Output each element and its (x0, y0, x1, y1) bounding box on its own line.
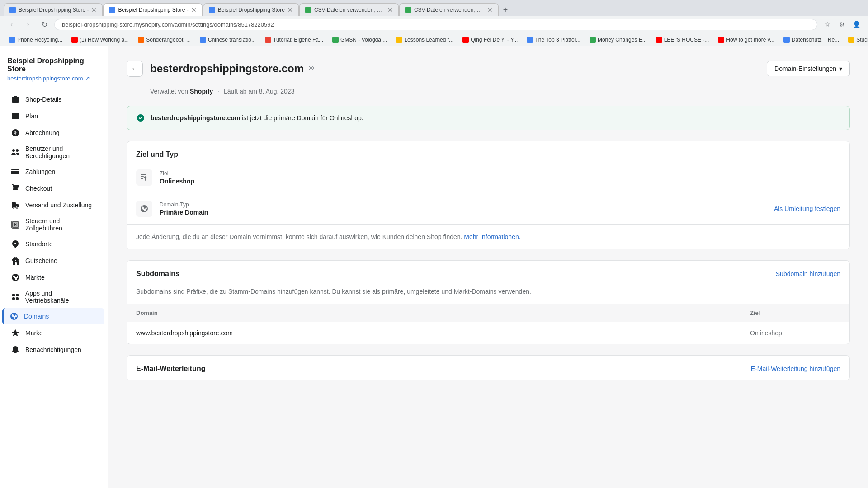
email-card-header: E-Mail-Weiterleitung E-Mail-Weiterleitun… (127, 356, 849, 380)
bookmark-star-button[interactable]: ☆ (821, 18, 834, 31)
sidebar-item-benutzer[interactable]: Benutzer und Berechtigungen (4, 141, 104, 163)
tab-close-1[interactable]: ✕ (91, 6, 97, 14)
bookmark-9[interactable]: The Top 3 Platfor... (523, 36, 584, 44)
sidebar-item-checkout[interactable]: Checkout (4, 180, 104, 197)
sidebar-item-steuern[interactable]: Steuern und Zollgebühren (4, 214, 104, 235)
sidebar-item-plan[interactable]: Plan (4, 108, 104, 124)
browser-tab-4[interactable]: CSV-Dateien verwenden, um... ✕ (299, 3, 399, 16)
back-button[interactable]: ← (127, 61, 143, 77)
bookmark-12[interactable]: How to get more v... (714, 36, 778, 44)
ziel-typ-card: Ziel und Typ Ziel Onlineshop (127, 141, 850, 249)
ziel-value: Onlineshop (160, 178, 840, 185)
sidebar-item-zahlungen[interactable]: Zahlungen (4, 164, 104, 180)
page-title-group: besterdropshippingstore.com 👁 (150, 62, 315, 75)
reload-button[interactable]: ↻ (38, 18, 51, 31)
bookmark-favicon-1 (9, 37, 15, 43)
brand-icon (11, 328, 20, 338)
umleitung-festlegen-link[interactable]: Als Umleitung festlegen (774, 205, 840, 212)
billing-icon (11, 128, 20, 137)
ziel-typ-card-header: Ziel und Typ (127, 141, 849, 162)
sidebar-item-apps[interactable]: Apps und Vertriebskanäle (4, 286, 104, 308)
browser-tab-1[interactable]: Beispiel Dropshipping Store - ✕ (4, 3, 103, 16)
sidebar-item-versand[interactable]: Versand und Zustellung (4, 197, 104, 213)
subdomain-hinzufuegen-link[interactable]: Subdomain hinzufügen (776, 270, 840, 277)
tab-close-4[interactable]: ✕ (387, 6, 393, 14)
bookmark-1[interactable]: Phone Recycling... (5, 36, 66, 44)
managed-by-label: Verwaltet von (150, 88, 188, 95)
bookmark-favicon-8 (462, 37, 469, 43)
domain-settings-button[interactable]: Domain-Einstellungen ▾ (767, 61, 850, 76)
browser-tab-2[interactable]: Beispiel Dropshipping Store - ✕ (103, 3, 202, 16)
forward-nav-button[interactable]: › (22, 18, 34, 31)
extension-button[interactable]: ⚙ (835, 18, 848, 31)
page-header: ← besterdropshippingstore.com 👁 Domain-E… (127, 61, 850, 77)
domains-icon (9, 312, 19, 321)
tab-close-2[interactable]: ✕ (191, 6, 197, 14)
sidebar-item-marke[interactable]: Marke (4, 325, 104, 341)
back-nav-button[interactable]: ‹ (5, 18, 18, 31)
bookmark-favicon-3 (138, 37, 144, 43)
bookmark-7[interactable]: Lessons Learned f... (392, 36, 457, 44)
taxes-icon (11, 220, 20, 229)
notice-text: Jede Änderung, die du an dieser Domain v… (136, 233, 462, 240)
notifications-icon (11, 345, 20, 354)
bookmark-3[interactable]: Sonderangebot! ... (134, 36, 194, 44)
sidebar-item-gutscheine[interactable]: Gutscheine (4, 253, 104, 269)
bookmark-favicon-2 (71, 37, 78, 43)
sidebar-item-shop-details[interactable]: Shop-Details (4, 91, 104, 108)
tab-title-2: Beispiel Dropshipping Store - (118, 7, 188, 13)
email-hinzufuegen-link[interactable]: E-Mail-Weiterleitung hinzufügen (751, 365, 840, 372)
profile-button[interactable]: 👤 (850, 18, 863, 31)
locations-icon (11, 239, 20, 249)
add-tab-button[interactable]: + (499, 4, 512, 16)
bookmark-11[interactable]: LEE 'S HOUSE -... (652, 36, 713, 44)
subdomains-title: Subdomains (136, 270, 179, 278)
sidebar-item-label: Versand und Zustellung (25, 202, 92, 209)
bookmark-6[interactable]: GMSN - Vologda,... (329, 36, 391, 44)
bookmark-label-3: Sonderangebot! ... (146, 37, 191, 43)
sidebar-item-label: Shop-Details (25, 96, 61, 103)
bookmark-14[interactable]: Student Wants an... (844, 36, 868, 44)
bookmark-label-7: Lessons Learned f... (404, 37, 453, 43)
bookmark-2[interactable]: (1) How Working a... (68, 36, 132, 44)
sidebar-item-abrechnung[interactable]: Abrechnung (4, 125, 104, 141)
sidebar-item-benachrichtigungen[interactable]: Benachrichtigungen (4, 342, 104, 358)
alert-message: ist jetzt die primäre Domain für Onlines… (240, 114, 363, 122)
email-title: E-Mail-Weiterleitung (136, 365, 206, 373)
tab-favicon-1 (9, 7, 16, 13)
sidebar-item-domains[interactable]: Domains (2, 308, 104, 324)
domain-settings-label: Domain-Einstellungen (774, 65, 836, 72)
browser-tabs: Beispiel Dropshipping Store - ✕ Beispiel… (0, 0, 868, 16)
payments-icon (11, 167, 20, 176)
sidebar-item-standorte[interactable]: Standorte (4, 236, 104, 252)
sidebar-store-link[interactable]: besterdropshippingstore.com ↗ (0, 75, 108, 91)
domain-typ-content: Domain-Typ Primäre Domain (160, 202, 767, 216)
subdomains-card-header: Subdomains Subdomain hinzufügen (127, 261, 849, 282)
bookmark-10[interactable]: Money Changes E... (586, 36, 651, 44)
sidebar-item-label: Zahlungen (25, 168, 55, 175)
tab-close-3[interactable]: ✕ (288, 6, 293, 14)
address-bar[interactable]: beispiel-dropshipping-store.myshopify.co… (54, 19, 817, 30)
mehr-informationen-link[interactable]: Mehr Informationen. (464, 233, 520, 240)
bookmark-5[interactable]: Tutorial: Eigene Fa... (261, 36, 327, 44)
bookmark-13[interactable]: Datenschutz – Re... (780, 36, 843, 44)
bookmark-favicon-13 (783, 37, 790, 43)
sidebar-item-label: Märkte (25, 274, 45, 281)
domain-typ-value: Primäre Domain (160, 209, 767, 216)
tab-title-3: Beispiel Dropshipping Store (218, 7, 285, 13)
browser-tab-5[interactable]: CSV-Dateien verwenden, um... ✕ (399, 3, 499, 16)
domain-typ-row: Domain-Typ Primäre Domain Als Umleitung … (127, 193, 849, 225)
bookmark-4[interactable]: Chinese translatio... (196, 36, 259, 44)
page-header-left: ← besterdropshippingstore.com 👁 (127, 61, 315, 77)
browser-tab-3[interactable]: Beispiel Dropshipping Store ✕ (203, 3, 299, 16)
tab-close-5[interactable]: ✕ (487, 6, 493, 14)
bookmark-label-13: Datenschutz – Re... (792, 37, 839, 43)
sidebar-item-maerkte[interactable]: Märkte (4, 269, 104, 286)
bookmark-label-14: Student Wants an... (856, 37, 868, 43)
bookmark-8[interactable]: Qing Fei De Yi - Y... (459, 36, 521, 44)
tab-favicon-5 (405, 7, 411, 13)
sidebar-item-label: Abrechnung (25, 129, 60, 136)
sidebar-item-label: Benutzer und Berechtigungen (25, 145, 97, 160)
eye-icon[interactable]: 👁 (307, 65, 315, 73)
external-link-icon: ↗ (85, 75, 90, 82)
